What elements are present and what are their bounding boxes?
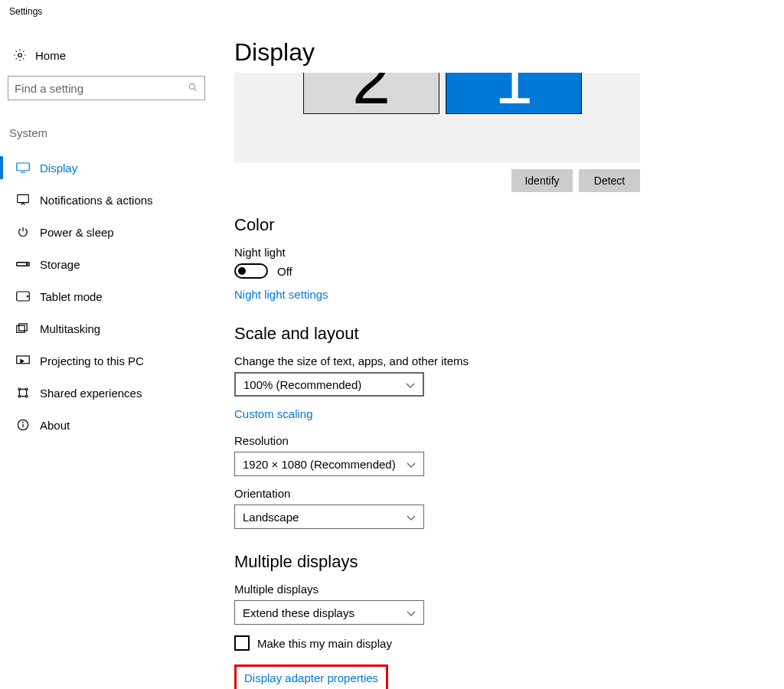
multi-heading: Multiple displays bbox=[234, 552, 766, 572]
sidebar-item-about[interactable]: About bbox=[8, 409, 207, 441]
notification-icon bbox=[15, 194, 31, 206]
color-heading: Color bbox=[234, 215, 766, 235]
monitor-1[interactable]: 1 bbox=[446, 73, 582, 114]
night-light-label: Night light bbox=[234, 246, 766, 259]
svg-point-0 bbox=[18, 54, 22, 57]
window-title: Settings bbox=[9, 6, 42, 17]
svg-point-7 bbox=[27, 263, 28, 265]
multitask-icon bbox=[15, 323, 31, 334]
svg-rect-11 bbox=[19, 324, 28, 331]
svg-rect-3 bbox=[17, 163, 30, 171]
resolution-label: Resolution bbox=[234, 434, 766, 447]
sidebar-item-label: Projecting to this PC bbox=[40, 354, 144, 367]
night-light-settings-link[interactable]: Night light settings bbox=[234, 288, 328, 301]
sidebar-item-label: Storage bbox=[40, 258, 80, 271]
highlight-box: Display adapter properties bbox=[234, 665, 388, 689]
orientation-label: Orientation bbox=[234, 487, 766, 500]
svg-rect-5 bbox=[18, 194, 29, 202]
sidebar-category: System bbox=[8, 126, 207, 139]
svg-line-2 bbox=[194, 88, 197, 90]
search-icon bbox=[188, 82, 198, 95]
svg-point-1 bbox=[189, 83, 194, 89]
monitor-2[interactable]: 2 bbox=[303, 73, 439, 114]
power-icon bbox=[15, 226, 31, 238]
sidebar-item-projecting[interactable]: Projecting to this PC bbox=[8, 344, 207, 377]
svg-point-15 bbox=[18, 395, 21, 397]
sidebar-item-label: Shared experiences bbox=[40, 387, 142, 400]
night-light-state: Off bbox=[277, 265, 292, 278]
svg-point-16 bbox=[25, 395, 28, 397]
multi-value: Extend these displays bbox=[243, 606, 354, 619]
sidebar: Home Find a setting System Display Notif… bbox=[8, 42, 207, 441]
sidebar-item-power[interactable]: Power & sleep bbox=[8, 216, 207, 248]
page-title: Display bbox=[234, 38, 766, 67]
chevron-down-icon bbox=[407, 606, 416, 619]
custom-scaling-link[interactable]: Custom scaling bbox=[234, 407, 313, 420]
svg-rect-12 bbox=[17, 356, 30, 364]
display-adapter-link[interactable]: Display adapter properties bbox=[244, 671, 378, 684]
scaling-select[interactable]: 100% (Recommended) bbox=[234, 372, 424, 397]
search-input[interactable]: Find a setting bbox=[8, 76, 205, 100]
orientation-value: Landscape bbox=[243, 511, 299, 524]
detect-button[interactable]: Detect bbox=[579, 169, 640, 192]
size-label: Change the size of text, apps, and other… bbox=[234, 354, 766, 367]
display-icon bbox=[15, 162, 31, 173]
sidebar-item-shared[interactable]: Shared experiences bbox=[8, 377, 207, 409]
svg-point-9 bbox=[27, 296, 28, 297]
main-display-label: Make this my main display bbox=[257, 637, 392, 650]
info-icon bbox=[15, 419, 31, 431]
multi-label: Multiple displays bbox=[234, 583, 766, 596]
chevron-down-icon bbox=[407, 458, 416, 471]
sidebar-item-multitasking[interactable]: Multitasking bbox=[8, 312, 207, 344]
chevron-down-icon bbox=[407, 511, 416, 524]
search-placeholder: Find a setting bbox=[15, 82, 83, 95]
scale-heading: Scale and layout bbox=[234, 324, 766, 344]
sidebar-item-label: Display bbox=[40, 162, 77, 175]
sidebar-item-label: Power & sleep bbox=[40, 226, 114, 239]
project-icon bbox=[15, 355, 31, 366]
svg-point-19 bbox=[23, 422, 24, 423]
share-icon bbox=[15, 387, 31, 399]
sidebar-item-label: Multitasking bbox=[40, 322, 100, 335]
main-display-checkbox[interactable] bbox=[234, 635, 250, 651]
chevron-down-icon bbox=[406, 378, 415, 391]
home-label: Home bbox=[35, 49, 66, 62]
svg-point-13 bbox=[18, 388, 21, 390]
main-content: Display 2 1 Identify Detect Color Night … bbox=[234, 38, 766, 689]
night-light-toggle[interactable] bbox=[234, 263, 268, 279]
sidebar-item-storage[interactable]: Storage bbox=[8, 248, 207, 280]
resolution-select[interactable]: 1920 × 1080 (Recommended) bbox=[234, 452, 424, 476]
sidebar-item-label: Notifications & actions bbox=[40, 194, 153, 207]
svg-point-14 bbox=[25, 388, 28, 390]
sidebar-list: Display Notifications & actions Power & … bbox=[8, 152, 207, 441]
tablet-icon bbox=[15, 291, 31, 302]
multi-select[interactable]: Extend these displays bbox=[234, 600, 424, 625]
storage-icon bbox=[15, 260, 31, 268]
sidebar-item-label: Tablet mode bbox=[40, 290, 103, 303]
home-button[interactable]: Home bbox=[8, 42, 207, 68]
identify-button[interactable]: Identify bbox=[511, 169, 573, 192]
gear-icon bbox=[12, 48, 28, 62]
resolution-value: 1920 × 1080 (Recommended) bbox=[243, 458, 396, 471]
display-arrangement[interactable]: 2 1 bbox=[234, 73, 640, 163]
svg-rect-10 bbox=[17, 325, 25, 332]
sidebar-item-tablet[interactable]: Tablet mode bbox=[8, 280, 207, 312]
sidebar-item-notifications[interactable]: Notifications & actions bbox=[8, 184, 207, 216]
sidebar-item-label: About bbox=[40, 419, 70, 432]
scaling-value: 100% (Recommended) bbox=[243, 378, 361, 391]
sidebar-item-display[interactable]: Display bbox=[8, 152, 207, 184]
orientation-select[interactable]: Landscape bbox=[234, 505, 424, 529]
